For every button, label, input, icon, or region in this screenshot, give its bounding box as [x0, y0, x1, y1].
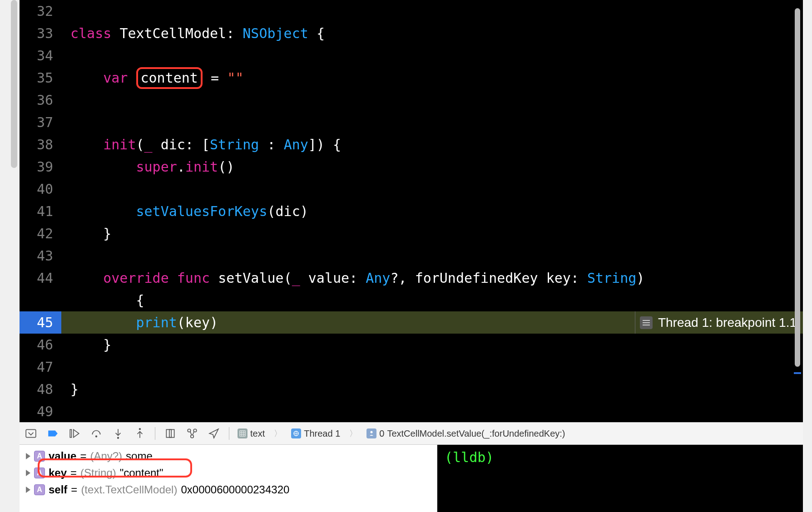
line-number[interactable]: 33	[20, 22, 61, 44]
editor-scrollbar[interactable]	[795, 8, 800, 367]
step-out-button[interactable]	[133, 427, 147, 440]
code-line[interactable]: print(key)Thread 1: breakpoint 1.1	[61, 311, 803, 334]
code-line[interactable]	[61, 356, 803, 378]
frame-crumb[interactable]: 0 TextCellModel.setValue(_:forUndefinedK…	[366, 428, 565, 439]
line-number[interactable]: 46	[20, 334, 61, 356]
code-line[interactable]: super.init()	[61, 156, 803, 178]
line-number-continuation	[20, 289, 61, 311]
variable-row[interactable]: Akey = (String) "content"	[20, 464, 437, 481]
disclosure-triangle-icon[interactable]	[26, 487, 30, 493]
graph-nodes-icon	[186, 428, 198, 439]
svg-point-2	[95, 435, 97, 437]
code-line[interactable]: var content = ""	[61, 67, 803, 89]
code-line[interactable]: override func setValue(_ value: Any?, fo…	[61, 267, 803, 289]
line-number[interactable]: 41	[20, 200, 61, 222]
line-number[interactable]: 40	[20, 178, 61, 200]
variable-kind-badge: A	[34, 468, 45, 478]
code-editor[interactable]: 32333435363738394041424344 4546474849 cl…	[20, 0, 803, 422]
svg-rect-10	[240, 431, 245, 436]
line-number[interactable]: 32	[20, 0, 61, 22]
disclosure-triangle-icon[interactable]	[26, 453, 30, 459]
step-over-icon	[90, 428, 102, 439]
disclosure-triangle-icon[interactable]	[26, 470, 30, 476]
line-number[interactable]: 35	[20, 67, 61, 89]
svg-rect-1	[70, 429, 71, 437]
process-icon	[238, 428, 248, 438]
execution-pointer-badge[interactable]: Thread 1: breakpoint 1.1	[635, 311, 803, 334]
variable-value: 0x0000600000234320	[181, 483, 289, 496]
thread-name: Thread 1	[304, 428, 340, 439]
code-column[interactable]: class TextCellModel: NSObject { var cont…	[61, 0, 803, 422]
svg-rect-5	[166, 429, 171, 437]
code-line[interactable]: {	[61, 289, 803, 311]
line-number[interactable]: 37	[20, 111, 61, 133]
variable-row[interactable]: Aself = (text.TextCellModel) 0x000060000…	[20, 481, 437, 498]
svg-rect-6	[169, 429, 174, 437]
simulate-location-button[interactable]	[207, 427, 221, 440]
code-line[interactable]: }	[61, 378, 803, 400]
svg-point-3	[117, 437, 119, 439]
hide-debug-area-button[interactable]	[24, 427, 38, 440]
code-line[interactable]	[61, 245, 803, 267]
step-into-button[interactable]	[111, 427, 125, 440]
line-number[interactable]: 45	[20, 311, 61, 334]
chevron-down-box-icon	[25, 428, 37, 439]
equals-label: =	[71, 483, 77, 496]
line-number[interactable]: 47	[20, 356, 61, 378]
frame-icon	[366, 428, 376, 438]
thread-label: Thread 1: breakpoint 1.1	[658, 311, 797, 334]
line-number[interactable]: 36	[20, 89, 61, 111]
process-crumb[interactable]: text	[238, 428, 265, 439]
line-number[interactable]: 34	[20, 44, 61, 67]
equals-label: =	[70, 467, 77, 479]
variable-type: (Any?)	[90, 450, 122, 463]
debug-view-hierarchy-button[interactable]	[163, 427, 177, 440]
console-prompt: (lldb)	[445, 449, 494, 465]
line-number[interactable]: 43	[20, 245, 61, 267]
line-number[interactable]: 49	[20, 400, 61, 423]
svg-rect-0	[26, 429, 36, 437]
code-line[interactable]: class TextCellModel: NSObject {	[61, 22, 803, 44]
breakpoints-toggle-button[interactable]	[46, 427, 59, 440]
code-line[interactable]	[61, 89, 803, 111]
line-number[interactable]: 38	[20, 133, 61, 156]
continue-button[interactable]	[68, 427, 81, 440]
step-into-icon	[112, 428, 124, 439]
step-over-button[interactable]	[89, 427, 103, 440]
code-line[interactable]: init(_ dic: [String : Any]) {	[61, 133, 803, 156]
line-number[interactable]: 42	[20, 222, 61, 245]
variables-view[interactable]: Avalue = (Any?) someAkey = (String) "con…	[20, 445, 437, 512]
location-icon	[208, 428, 220, 439]
line-number[interactable]: 44	[20, 267, 61, 289]
play-bar-icon	[69, 428, 80, 439]
code-line[interactable]	[61, 400, 803, 423]
svg-point-4	[139, 428, 141, 430]
line-number[interactable]: 48	[20, 378, 61, 400]
toolbar-separator	[155, 427, 155, 440]
variable-value: "content"	[120, 467, 163, 479]
navigator-scrollbar[interactable]	[11, 0, 17, 168]
thread-icon	[291, 428, 301, 438]
code-line[interactable]	[61, 0, 803, 22]
code-line[interactable]: }	[61, 334, 803, 356]
code-line[interactable]: }	[61, 222, 803, 245]
code-line[interactable]	[61, 44, 803, 67]
lldb-console[interactable]: (lldb)	[437, 445, 803, 512]
svg-point-12	[371, 431, 373, 433]
line-gutter[interactable]: 32333435363738394041424344 4546474849	[20, 0, 61, 422]
variable-type: (text.TextCellModel)	[81, 483, 177, 496]
debug-memory-graph-button[interactable]	[185, 427, 199, 440]
crumb-separator: 〉	[274, 428, 282, 439]
line-number[interactable]: 39	[20, 156, 61, 178]
code-line[interactable]	[61, 178, 803, 200]
code-line[interactable]	[61, 111, 803, 133]
debug-area: Avalue = (Any?) someAkey = (String) "con…	[20, 445, 803, 512]
code-line[interactable]: setValuesForKeys(dic)	[61, 200, 803, 222]
variable-row[interactable]: Avalue = (Any?) some	[20, 448, 437, 464]
hamburger-icon	[640, 316, 653, 329]
breakpoint-icon	[47, 428, 59, 439]
variable-name: self	[49, 483, 67, 496]
variable-value: some	[126, 450, 153, 463]
breakpoint-marker[interactable]	[794, 372, 801, 374]
thread-crumb[interactable]: Thread 1	[291, 428, 340, 439]
